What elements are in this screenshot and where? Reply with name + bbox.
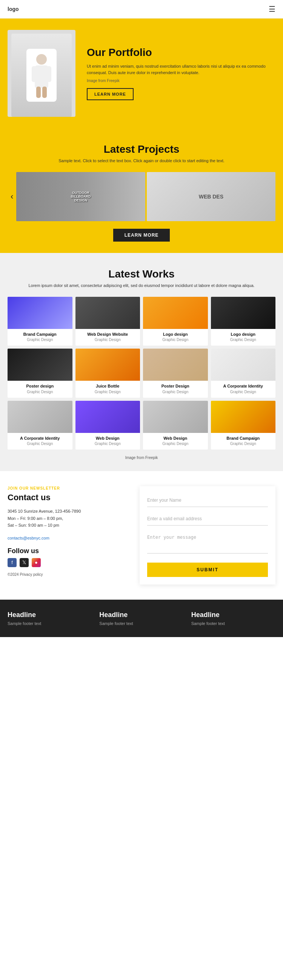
work-card-title: A Corporate Identity xyxy=(8,436,73,441)
work-card-title: Web Design xyxy=(76,436,141,441)
works-grid: Brand Campaign Graphic Design Web Design… xyxy=(8,297,275,450)
twitter-icon[interactable]: 𝕏 xyxy=(20,558,28,567)
work-card-sub: Graphic Design xyxy=(76,442,141,446)
footer-col-2: Headline Sample footer text xyxy=(99,611,183,626)
work-card: A Corporate Identity Graphic Design xyxy=(211,348,276,398)
footer-text-1: Sample footer text xyxy=(8,621,92,626)
project-image-1: OUTDOORBILLBOARDDESIGN xyxy=(16,172,145,221)
footer-text-2: Sample footer text xyxy=(99,621,183,626)
work-card-title: Logo design xyxy=(211,332,276,337)
svg-point-0 xyxy=(36,54,47,65)
billboard-label: OUTDOORBILLBOARDDESIGN xyxy=(70,189,92,204)
work-card-sub: Graphic Design xyxy=(211,337,276,342)
work-card-sub: Graphic Design xyxy=(211,390,276,394)
hero-content: Our Portfolio Ut enim ad minim veniam, q… xyxy=(87,46,275,100)
works-freepik: Image from Freepik xyxy=(8,456,275,460)
work-card-title: Brand Campaign xyxy=(211,436,276,441)
social-icons: f 𝕏 ● xyxy=(8,558,128,567)
work-card-sub: Graphic Design xyxy=(211,442,276,446)
email-input[interactable] xyxy=(147,512,268,525)
hero-image xyxy=(8,30,76,117)
contact-title: Contact us xyxy=(8,493,128,503)
work-card: A Corporate Identity Graphic Design xyxy=(8,401,73,450)
copyright: ©2024 Privacy policy xyxy=(8,573,128,577)
work-card-image xyxy=(211,297,276,329)
work-card: Brand Campaign Graphic Design xyxy=(211,401,276,450)
person-icon xyxy=(27,49,57,102)
projects-images: OUTDOORBILLBOARDDESIGN WEB DES xyxy=(16,172,275,221)
work-card-sub: Graphic Design xyxy=(143,442,208,446)
contact-tag: JOIN OUR NEWSLETTER xyxy=(8,486,128,490)
svg-rect-1 xyxy=(35,65,48,88)
work-card-title: A Corporate Identity xyxy=(211,383,276,389)
work-card-image xyxy=(76,297,141,329)
hero-title: Our Portfolio xyxy=(87,46,275,59)
hero-text: Ut enim ad minim veniam, quis nostrud ex… xyxy=(87,63,275,76)
work-card-image xyxy=(211,401,276,433)
work-card: Poster design Graphic Design xyxy=(8,348,73,398)
project-image-2: WEB DES xyxy=(147,172,275,221)
work-card-sub: Graphic Design xyxy=(143,390,208,394)
follow-us-title: Follow us xyxy=(8,547,128,555)
footer: Headline Sample footer text Headline Sam… xyxy=(0,600,283,637)
svg-rect-3 xyxy=(47,66,51,82)
work-card-image xyxy=(8,297,73,329)
work-card-sub: Graphic Design xyxy=(8,390,73,394)
logo: logo xyxy=(8,6,19,12)
submit-button[interactable]: SUBMIT xyxy=(147,563,268,577)
work-card-image xyxy=(211,348,276,381)
svg-rect-4 xyxy=(36,87,41,98)
work-card-title: Poster design xyxy=(8,383,73,389)
work-card-image xyxy=(76,348,141,381)
footer-text-3: Sample footer text xyxy=(191,621,275,626)
contact-section: JOIN OUR NEWSLETTER Contact us 3045 10 S… xyxy=(0,471,283,600)
header: logo ☰ xyxy=(0,0,283,19)
hero-person-image xyxy=(11,33,72,117)
work-card: Logo design Graphic Design xyxy=(211,297,276,345)
contact-email-link[interactable]: contacts@esbnyc.com xyxy=(8,536,49,540)
work-card: Web Design Website Graphic Design xyxy=(76,297,141,345)
work-card-sub: Graphic Design xyxy=(143,337,208,342)
footer-col-3: Headline Sample footer text xyxy=(191,611,275,626)
work-card-sub: Graphic Design xyxy=(8,442,73,446)
hamburger-menu-icon[interactable]: ☰ xyxy=(269,5,275,14)
work-card-title: Logo design xyxy=(143,332,208,337)
work-card-image xyxy=(76,401,141,433)
hero-section: Our Portfolio Ut enim ad minim veniam, q… xyxy=(0,19,283,128)
work-card-title: Web Design xyxy=(143,436,208,441)
contact-hours: Mon – Fri: 9:00 am – 8:00 pm, xyxy=(8,515,128,522)
work-card-image xyxy=(143,348,208,381)
footer-col-1: Headline Sample footer text xyxy=(8,611,92,626)
work-card-image xyxy=(8,401,73,433)
work-card: Brand Campaign Graphic Design xyxy=(8,297,73,345)
work-card-title: Web Design Website xyxy=(76,332,141,337)
work-card-image xyxy=(8,348,73,381)
projects-carousel: ‹ OUTDOORBILLBOARDDESIGN WEB DES xyxy=(8,172,275,221)
latest-projects-title: Latest Projects xyxy=(8,143,275,155)
work-card-sub: Graphic Design xyxy=(76,390,141,394)
work-card: Juice Bottle Graphic Design xyxy=(76,348,141,398)
work-card-image xyxy=(143,297,208,329)
svg-rect-2 xyxy=(32,66,36,82)
contact-form: SUBMIT xyxy=(140,486,275,584)
svg-rect-5 xyxy=(42,87,47,98)
instagram-icon[interactable]: ● xyxy=(32,558,41,567)
name-input[interactable] xyxy=(147,494,268,507)
work-card: Web Design Graphic Design xyxy=(76,401,141,450)
footer-headline-3: Headline xyxy=(191,611,275,619)
work-card-sub: Graphic Design xyxy=(76,337,141,342)
contact-address: 3045 10 Sunrize Avenue, 123-456-7890 xyxy=(8,508,128,515)
latest-projects-section: Latest Projects Sample text. Click to se… xyxy=(0,128,283,253)
contact-left: JOIN OUR NEWSLETTER Contact us 3045 10 S… xyxy=(8,486,128,577)
carousel-prev-button[interactable]: ‹ xyxy=(8,192,16,202)
work-card: Logo design Graphic Design xyxy=(143,297,208,345)
facebook-icon[interactable]: f xyxy=(8,558,17,567)
work-card-title: Juice Bottle xyxy=(76,383,141,389)
work-card-image xyxy=(143,401,208,433)
projects-learn-more-button[interactable]: LEARN MORE xyxy=(113,229,170,242)
hero-learn-more-button[interactable]: LEARN MORE xyxy=(87,88,134,100)
contact-hours2: Sat – Sun: 9:00 am – 10 pm xyxy=(8,522,128,529)
contact-info: 3045 10 Sunrize Avenue, 123-456-7890 Mon… xyxy=(8,508,128,529)
message-input[interactable] xyxy=(147,531,268,554)
latest-works-subtitle: Lorem ipsum dolor sit amet, consectetur … xyxy=(8,283,275,288)
